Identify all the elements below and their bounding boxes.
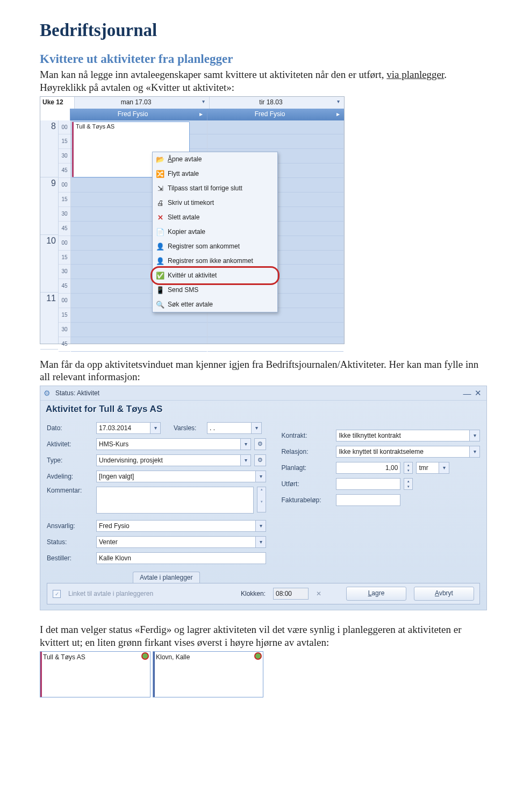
dialog-heading: Aktivitet for Tull & Tøys AS [46,404,486,415]
type-field[interactable]: Undervisning, prosjekt▾ [96,454,251,466]
relasjon-field[interactable]: Ikke knyttet til kontraktseleme▾ [336,446,480,458]
menu-move-appointment[interactable]: 🔀Flytt avtale [153,167,277,181]
chevron-down-icon: ▾ [240,455,250,466]
planlagt-stepper[interactable]: ▴▾ [404,462,413,474]
clear-time-icon[interactable]: ✕ [316,590,321,597]
minute-cell: 15 [59,308,70,323]
resource-header-2: Fred Fysio [207,109,332,120]
expand-icon[interactable]: ▾ [332,97,344,109]
minimize-button[interactable]: — [462,389,472,398]
minute-cell: 45 [59,163,70,178]
chevron-down-icon: ▾ [469,446,479,457]
planner-screenshot: Uke 12 man 17.03 ▾ tir 18.03 ▾ Fred Fysi… [40,96,345,344]
label-avdeling: Avdeling: [47,473,93,480]
mini-appointment-b[interactable]: Klovn, Kalle [153,651,263,697]
resource-header-1: Fred Fysio [70,109,195,120]
move-icon: 🔀 [153,170,168,178]
fakturabelop-field[interactable] [336,494,400,506]
completed-indicator-icon [254,652,262,660]
hour-cell: 10 [40,235,58,293]
dialog-title: Status: Aktivitet [55,389,462,397]
tab-avtale-i-planlegger[interactable]: Avtale i planlegger [133,572,200,583]
label-fakturabelop: Fakturabeløp: [281,496,333,504]
label-planlagt: Planlagt: [281,464,333,472]
label-kontrakt: Kontrakt: [281,432,333,439]
mini-appointments: Tull & Tøys AS Klovn, Kalle [40,651,484,697]
planlagt-unit-field[interactable]: tmr▾ [416,462,449,474]
label-klokken: Klokken: [241,590,266,597]
lagre-button[interactable]: Lagre [346,587,406,601]
user-x-icon: 👤 [153,257,168,265]
bestiller-field[interactable]: Kalle Klovn [96,552,266,564]
label-status: Status: [47,538,93,546]
minute-cell: 30 [59,265,70,279]
chevron-down-icon: ▾ [251,423,261,433]
label-kommentar: Kommentar: [47,487,93,494]
context-menu: 📂Åpne avtale 🔀Flytt avtale ⇲Tilpass star… [152,152,278,312]
label-bestiller: Bestiller: [47,554,93,562]
mid-paragraph: Man får da opp aktivitetsvinduet man kje… [40,358,484,384]
menu-delete-appointment[interactable]: ✕Slett avtale [153,210,277,225]
menu-fit-start[interactable]: ⇲Tilpass start til forrige slutt [153,181,277,196]
minute-cell: 00 [59,236,70,251]
minute-cell: 45 [59,222,70,236]
label-dato: Dato: [47,424,93,432]
chevron-down-icon: ▾ [240,439,250,450]
expand-icon[interactable]: ▾ [197,97,209,109]
utfort-field[interactable] [336,478,400,490]
day-header-2: tir 18.03 [209,97,332,109]
expand-icon[interactable]: ▸ [332,109,344,120]
chevron-down-icon: ▾ [439,462,449,473]
minute-cell: 30 [59,323,70,337]
label-linket: Linket til avtale i planleggeren [68,590,153,597]
menu-register-not-arrived[interactable]: 👤Registrer som ikke ankommet [153,254,277,268]
utfort-stepper[interactable]: ▴▾ [404,478,413,490]
planlagt-field[interactable]: 1,00 [336,462,400,474]
menu-print-card[interactable]: 🖨Skriv ut timekort [153,196,277,210]
minute-cell: 30 [59,207,70,222]
kontrakt-field[interactable]: Ikke tilknyttet kontrakt▾ [336,430,480,441]
aktivitet-field[interactable]: HMS-Kurs▾ [96,438,251,450]
menu-send-sms[interactable]: 📱Send SMS [153,283,277,297]
minute-cell: 45 [59,337,70,352]
search-icon: 🔍 [153,301,168,309]
ansvarlig-field[interactable]: Fred Fysio▾ [96,520,266,532]
varsles-field[interactable]: . .▾ [207,422,262,434]
expand-icon[interactable]: ▸ [195,109,207,120]
section-title: Kvittere ut aktiviteter fra planlegger [40,52,484,66]
menu-copy-appointment[interactable]: 📄Kopier avtale [153,225,277,239]
menu-open-appointment[interactable]: 📂Åpne avtale [153,152,277,167]
status-field[interactable]: Venter▾ [96,536,266,548]
label-type: Type: [47,457,93,464]
mini-appointment-a[interactable]: Tull & Tøys AS [40,651,150,697]
minute-cell: 15 [59,134,70,149]
intro-paragraph: Man kan nå legge inn avtaleegenskaper sa… [40,68,484,94]
label-ansvarlig: Ansvarlig: [47,522,93,530]
avdeling-field[interactable]: [Ingen valgt]▾ [96,471,266,482]
print-icon: 🖨 [153,199,168,207]
hour-cell: 9 [40,177,58,235]
minute-cell: 00 [59,294,70,308]
scrollbar[interactable]: ▴▾ [257,487,266,512]
activity-dialog: ⚙ Status: Aktivitet — ✕ Aktivitet for Tu… [40,386,487,610]
week-label: Uke 12 [40,97,74,109]
menu-register-arrived[interactable]: 👤Registrer som ankommet [153,239,277,254]
close-button[interactable]: ✕ [472,388,483,398]
page-title: Bedriftsjournal [40,20,484,40]
linket-checkbox[interactable]: ✓ [53,590,61,598]
settings-button[interactable]: ⚙ [254,438,266,450]
delete-icon: ✕ [153,213,168,222]
menu-kvitter-ut-aktivitet[interactable]: ✅Kvittér ut aktivitet [153,268,277,283]
dato-field[interactable]: 17.03.2014▾ [96,422,161,434]
folder-open-icon: 📂 [153,155,168,163]
copy-icon: 📄 [153,228,168,236]
menu-search-appointment[interactable]: 🔍Søk etter avtale [153,297,277,312]
minute-cell: 15 [59,193,70,207]
chevron-down-icon: ▾ [255,537,266,547]
avbryt-button[interactable]: Avbryt [414,587,474,601]
minute-cell: 15 [59,251,70,265]
kommentar-field[interactable] [96,487,254,514]
minute-cell: 00 [59,178,70,193]
settings-button[interactable]: ⚙ [254,454,266,466]
label-utfort: Utført: [281,480,333,488]
